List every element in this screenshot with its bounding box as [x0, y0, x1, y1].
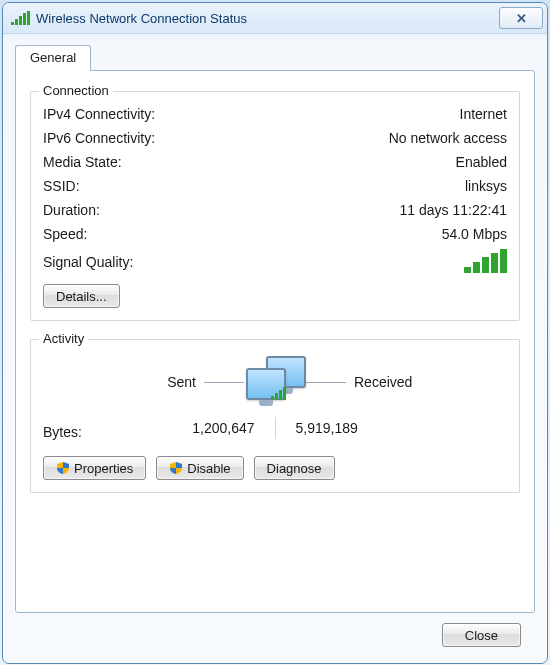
activity-header: Sent	[43, 350, 507, 414]
diagnose-button[interactable]: Diagnose	[254, 456, 335, 480]
uac-shield-icon	[169, 461, 183, 475]
signal-label: Signal Quality:	[43, 254, 133, 270]
activity-button-row: Properties Disable Diagnose	[43, 456, 507, 480]
duration-label: Duration:	[43, 202, 100, 218]
properties-button[interactable]: Properties	[43, 456, 146, 480]
row-signal-quality: Signal Quality:	[43, 246, 507, 278]
row-ipv6: IPv6 Connectivity: No network access	[43, 126, 507, 150]
close-window-button[interactable]: ✕	[499, 7, 543, 29]
sent-label: Sent	[167, 374, 196, 390]
tab-control: General Connection IPv4 Connectivity: In…	[15, 44, 535, 613]
row-ipv4: IPv4 Connectivity: Internet	[43, 102, 507, 126]
details-button[interactable]: Details...	[43, 284, 120, 308]
client-area: General Connection IPv4 Connectivity: In…	[3, 34, 547, 663]
activity-bytes-row: 1,200,647 5,919,189	[43, 414, 507, 442]
disable-button-label: Disable	[187, 461, 230, 476]
bytes-received-value: 5,919,189	[276, 420, 508, 436]
row-speed: Speed: 54.0 Mbps	[43, 222, 507, 246]
ipv6-label: IPv6 Connectivity:	[43, 130, 155, 146]
received-label: Received	[354, 374, 412, 390]
disable-button[interactable]: Disable	[156, 456, 243, 480]
media-value: Enabled	[456, 154, 507, 170]
tab-panel-general: Connection IPv4 Connectivity: Internet I…	[15, 70, 535, 613]
ipv4-label: IPv4 Connectivity:	[43, 106, 155, 122]
row-duration: Duration: 11 days 11:22:41	[43, 198, 507, 222]
media-label: Media State:	[43, 154, 122, 170]
ipv4-value: Internet	[460, 106, 507, 122]
details-button-label: Details...	[56, 289, 107, 304]
diagnose-button-label: Diagnose	[267, 461, 322, 476]
activity-legend: Activity	[39, 331, 88, 346]
tab-strip: General	[15, 45, 535, 71]
row-media-state: Media State: Enabled	[43, 150, 507, 174]
bytes-label: Bytes:	[43, 424, 82, 440]
details-row: Details...	[43, 284, 507, 308]
duration-value: 11 days 11:22:41	[400, 202, 507, 218]
sent-line	[204, 382, 244, 383]
speed-value: 54.0 Mbps	[442, 226, 507, 242]
speed-label: Speed:	[43, 226, 87, 242]
ssid-label: SSID:	[43, 178, 80, 194]
network-monitors-icon	[244, 356, 306, 408]
tab-general[interactable]: General	[15, 45, 91, 71]
activity-group: Activity Sent	[30, 339, 520, 493]
footer: Close	[15, 613, 535, 653]
wifi-signal-icon	[11, 11, 30, 25]
ssid-value: linksys	[465, 178, 507, 194]
row-ssid: SSID: linksys	[43, 174, 507, 198]
activity-icon-wrap	[244, 356, 306, 408]
properties-button-label: Properties	[74, 461, 133, 476]
title-bar: Wireless Network Connection Status ✕	[3, 3, 547, 34]
mini-signal-icon	[271, 387, 286, 400]
signal-quality-value	[464, 249, 507, 276]
connection-group: Connection IPv4 Connectivity: Internet I…	[30, 91, 520, 321]
received-line	[306, 382, 346, 383]
tab-label: General	[30, 50, 76, 65]
ipv6-value: No network access	[389, 130, 507, 146]
close-button-label: Close	[465, 628, 498, 643]
signal-bars-icon	[464, 249, 507, 273]
window-title: Wireless Network Connection Status	[36, 11, 247, 26]
window-frame: Wireless Network Connection Status ✕ Gen…	[2, 2, 548, 664]
close-icon: ✕	[516, 12, 527, 25]
connection-legend: Connection	[39, 83, 113, 98]
uac-shield-icon	[56, 461, 70, 475]
close-button[interactable]: Close	[442, 623, 521, 647]
